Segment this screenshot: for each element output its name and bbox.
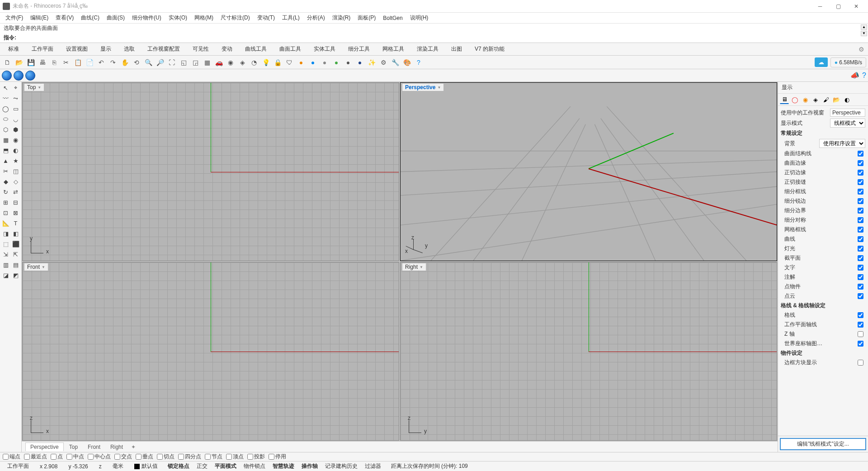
check-box[interactable] — [858, 360, 863, 366]
tool-button[interactable]: ⇄ — [11, 187, 20, 197]
tool-button[interactable]: ▲ — [1, 156, 10, 166]
tool-button[interactable]: ↖ — [1, 83, 10, 93]
check-box[interactable] — [858, 170, 863, 176]
panel-tab-material-icon[interactable]: ◉ — [801, 95, 810, 104]
tool-button[interactable]: ◪ — [1, 270, 10, 280]
status-toggle[interactable]: 过滤器 — [361, 462, 385, 470]
zoom-window-icon[interactable]: ◱ — [178, 57, 189, 68]
menu-item[interactable]: 工具(L) — [278, 13, 303, 23]
check-box[interactable] — [858, 341, 863, 347]
redo-icon[interactable]: ↷ — [108, 57, 118, 68]
tool-button[interactable]: ★ — [11, 156, 20, 166]
menu-item[interactable]: 说明(H) — [406, 13, 432, 23]
osnap-checkbox[interactable] — [178, 454, 184, 460]
status-unit[interactable]: 毫米 — [108, 462, 128, 470]
render-xray-icon[interactable]: ● — [331, 57, 342, 68]
toolbar-tab[interactable]: 曲线工具 — [239, 43, 273, 55]
tool-button[interactable]: ◆ — [1, 176, 10, 186]
tool-button[interactable]: ⇱ — [11, 249, 20, 259]
render-ghost-icon[interactable]: ● — [319, 57, 330, 68]
panel-tab-prop-icon[interactable]: 🖌 — [821, 95, 830, 104]
menu-item[interactable]: 曲面(S) — [103, 13, 128, 23]
status-toggle[interactable]: 物件锁点 — [240, 462, 269, 470]
tool-button[interactable]: ▭ — [11, 104, 20, 114]
toolbar-tab[interactable]: 曲面工具 — [273, 43, 307, 55]
toolbar-tab[interactable]: V7 的新功能 — [468, 43, 511, 55]
check-box[interactable] — [858, 236, 863, 242]
bg-select[interactable]: 使用程序设置 — [819, 139, 865, 148]
check-box[interactable] — [858, 227, 863, 233]
osnap-checkbox[interactable] — [136, 454, 142, 460]
panel-tab-render-icon[interactable]: ◯ — [790, 95, 799, 104]
render-wire-icon[interactable]: ● — [307, 57, 318, 68]
open-icon[interactable]: 📂 — [14, 57, 24, 68]
viewport-tab[interactable]: Top — [65, 443, 82, 451]
tool-button[interactable]: ↻ — [1, 187, 10, 197]
toolbar-tab[interactable]: 实体工具 — [307, 43, 342, 55]
menu-item[interactable]: BoltGen — [379, 14, 406, 22]
viewport-tab[interactable]: Right — [106, 443, 127, 451]
osnap-checkbox[interactable] — [88, 454, 94, 460]
named-view-icon[interactable]: 🚗 — [213, 57, 224, 68]
options-icon[interactable]: ⚙ — [378, 57, 389, 68]
osnap-checkbox[interactable] — [66, 454, 72, 460]
panel-tab-lib-icon[interactable]: 📂 — [832, 95, 841, 104]
tool-button[interactable]: ◫ — [11, 166, 20, 176]
help2-icon[interactable]: ? — [862, 71, 866, 80]
render-artistic-icon[interactable]: ● — [354, 57, 365, 68]
layer-icon[interactable]: ◔ — [249, 57, 259, 68]
cycles-icon-1[interactable] — [2, 71, 12, 81]
zoom-out-icon[interactable]: 🔎 — [155, 57, 165, 68]
osnap-checkbox[interactable] — [157, 454, 163, 460]
zoom-in-icon[interactable]: 🔍 — [143, 57, 154, 68]
toolbar-tab[interactable]: 出图 — [445, 43, 468, 55]
tool-button[interactable]: ▤ — [11, 260, 20, 270]
menu-item[interactable]: 细分物件(U) — [128, 13, 165, 23]
status-toggle[interactable]: 智慧轨迹 — [269, 462, 298, 470]
tool-button[interactable]: ⊡ — [1, 208, 10, 218]
tool-button[interactable]: ⊟ — [11, 197, 20, 207]
menu-item[interactable]: 渲染(R) — [329, 13, 354, 23]
check-box[interactable] — [858, 189, 863, 195]
viewport-tab[interactable]: Perspective — [25, 442, 64, 451]
cycles-icon-2[interactable] — [14, 71, 24, 81]
display-mode-select[interactable]: 线框模式 — [830, 119, 865, 128]
osnap-item[interactable]: 中心点 — [88, 453, 111, 461]
tool-button[interactable]: ◡ — [11, 114, 20, 124]
check-box[interactable] — [858, 331, 863, 337]
osnap-item[interactable]: 节点 — [205, 453, 222, 461]
render-icon[interactable]: 🎨 — [401, 57, 412, 68]
close-button[interactable]: ✕ — [847, 0, 865, 13]
status-toggle[interactable]: 平面模式 — [211, 462, 240, 470]
light-icon[interactable]: 💡 — [260, 57, 271, 68]
undo-icon[interactable]: ↶ — [96, 57, 107, 68]
check-box[interactable] — [858, 284, 863, 290]
status-layer[interactable]: 默认值 — [130, 462, 162, 470]
osnap-checkbox[interactable] — [205, 454, 211, 460]
status-toggle[interactable]: 记录建构历史 — [321, 462, 361, 470]
osnap-item[interactable]: 顶点 — [226, 453, 244, 461]
osnap-checkbox[interactable] — [51, 454, 57, 460]
toolbar-tab[interactable]: 细分工具 — [342, 43, 376, 55]
pan-icon[interactable]: ✋ — [119, 57, 130, 68]
menu-item[interactable]: 实体(O) — [165, 13, 191, 23]
tool-button[interactable]: ▦ — [1, 135, 10, 145]
toolbar-tab[interactable]: 显示 — [94, 43, 118, 55]
copy-icon[interactable]: ⎘ — [49, 57, 60, 68]
check-box[interactable] — [858, 179, 863, 185]
tool-button[interactable]: ◇ — [11, 176, 20, 186]
toolbar-tab[interactable]: 选取 — [118, 43, 141, 55]
tool-button[interactable]: ⬭ — [1, 114, 10, 124]
status-toggle[interactable]: 锁定格点 — [164, 462, 193, 470]
panel-tab-display-icon[interactable]: 🖥 — [780, 95, 789, 104]
osnap-item[interactable]: 交点 — [114, 453, 132, 461]
tool-button[interactable]: ✂ — [1, 166, 10, 176]
toolbar-tab[interactable]: 网格工具 — [376, 43, 410, 55]
tool-button[interactable]: ◉ — [11, 135, 20, 145]
menu-item[interactable]: 文件(F) — [2, 13, 27, 23]
viewport-front-label[interactable]: Front▼ — [24, 263, 48, 271]
osnap-item[interactable]: 端点 — [3, 453, 20, 461]
command-scroll[interactable]: ▲▼ — [861, 24, 867, 36]
menu-item[interactable]: 网格(M) — [191, 13, 217, 23]
menu-item[interactable]: 分析(A) — [303, 13, 329, 23]
